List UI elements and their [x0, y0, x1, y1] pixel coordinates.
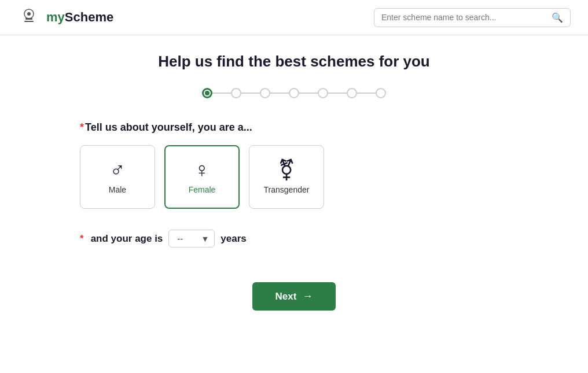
gender-card-male[interactable]: ♂Male: [80, 145, 155, 209]
progress-steps: [80, 88, 508, 98]
step-dot-6[interactable]: [376, 88, 386, 98]
next-area: Next →: [80, 282, 508, 311]
search-input[interactable]: [381, 13, 552, 22]
main-content: Help us find the best schemes for you *T…: [68, 35, 520, 328]
logo-text: myScheme: [46, 10, 113, 25]
step-line: [328, 93, 347, 94]
male-icon: ♂: [110, 160, 126, 180]
step-dot-4[interactable]: [318, 88, 328, 98]
age-row: * and your age is -- 1234567891011121314…: [80, 230, 508, 248]
step-line: [270, 93, 289, 94]
step-dot-0[interactable]: [202, 88, 212, 98]
next-button[interactable]: Next →: [252, 282, 336, 311]
step-line: [357, 93, 376, 94]
svg-point-3: [27, 12, 31, 16]
step-line: [299, 93, 318, 94]
age-select-wrapper: -- 1234567891011121314151617181920212223…: [168, 230, 215, 248]
step-dot-3[interactable]: [289, 88, 299, 98]
header: myScheme 🔍: [0, 0, 588, 35]
step-dot-1[interactable]: [231, 88, 241, 98]
gender-options: ♂Male♀Female⚧Transgender: [80, 145, 508, 209]
transgender-label: Transgender: [264, 185, 310, 194]
svg-rect-2: [24, 21, 34, 22]
female-label: Female: [189, 185, 216, 194]
male-label: Male: [109, 185, 126, 194]
emblem-icon: [17, 6, 41, 29]
logo-area: myScheme: [17, 6, 113, 29]
svg-rect-1: [25, 18, 32, 20]
asterisk-age: *: [80, 233, 84, 245]
step-dot-5[interactable]: [347, 88, 357, 98]
female-icon: ♀: [194, 160, 210, 180]
step-line: [212, 93, 231, 94]
asterisk-gender: *: [80, 121, 84, 133]
transgender-icon: ⚧: [278, 160, 295, 180]
page-title: Help us find the best schemes for you: [80, 53, 508, 71]
arrow-right-icon: →: [302, 290, 313, 302]
search-bar[interactable]: 🔍: [374, 8, 571, 27]
age-dropdown[interactable]: -- 1234567891011121314151617181920212223…: [168, 230, 215, 248]
search-icon: 🔍: [552, 12, 563, 23]
step-line: [241, 93, 260, 94]
gender-card-transgender[interactable]: ⚧Transgender: [249, 145, 324, 209]
gender-card-female[interactable]: ♀Female: [164, 145, 240, 209]
step-dot-2[interactable]: [260, 88, 270, 98]
question-label: *Tell us about yourself, you are a...: [80, 121, 508, 134]
